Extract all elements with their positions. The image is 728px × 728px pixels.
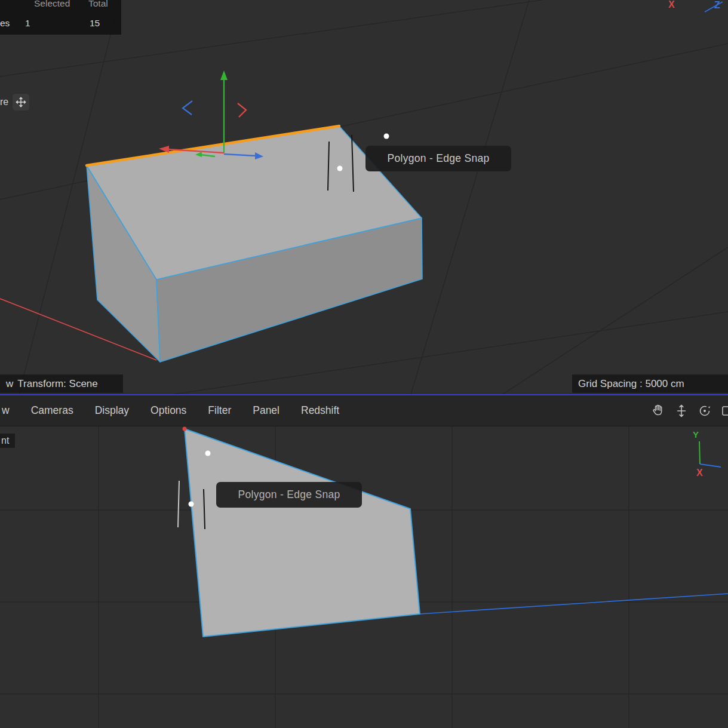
menu-item-panel[interactable]: Panel — [253, 404, 279, 417]
active-tool-chip: re — [0, 93, 29, 112]
selected-vertex-dot[interactable] — [183, 427, 187, 431]
pan-hand-icon[interactable] — [651, 404, 665, 418]
transform-label: Transform: Scene — [17, 378, 97, 390]
viewport-menu-bar: w Cameras Display Options Filter Panel R… — [0, 395, 728, 426]
menu-item-options[interactable]: Options — [150, 404, 186, 417]
axis-x-label: X — [668, 0, 675, 10]
axis-x-label: X — [696, 468, 703, 478]
snap-guide-tick — [178, 481, 179, 527]
gizmo-y-arrowhead[interactable] — [220, 70, 228, 80]
axis-orientation-indicator: Y X — [693, 429, 721, 478]
menu-item-display[interactable]: Display — [95, 404, 129, 417]
menu-item-redshift[interactable]: Redshift — [301, 404, 339, 417]
stats-header-total: Total — [88, 0, 108, 9]
grid-spacing-label: Grid Spacing : 5000 cm — [578, 378, 684, 390]
axis-z-line — [700, 464, 721, 467]
stats-row-label: es — [0, 18, 10, 29]
snap-tooltip: Polygon - Edge Snap — [365, 146, 511, 171]
axis-y-label: Y — [693, 429, 699, 440]
axis-z-label: Z — [714, 0, 720, 10]
menu-item-cameras[interactable]: Cameras — [31, 404, 73, 417]
stats-header-selected: Selected — [34, 0, 70, 9]
perspective-viewport[interactable]: X Z — [0, 0, 728, 394]
gizmo-bent-handle-blue[interactable] — [183, 101, 192, 115]
menu-item-filter[interactable]: Filter — [208, 404, 231, 417]
statistics-hud-panel: Selected Total es 1 15 — [0, 0, 121, 35]
stats-total-value: 15 — [90, 18, 100, 29]
snap-point-dot — [189, 502, 194, 507]
snap-tooltip: Polygon - Edge Snap — [216, 482, 362, 508]
transform-hud-chip: w Transform: Scene — [0, 374, 123, 393]
snap-point-dot — [205, 451, 211, 456]
c4d-application-window: X Z Selected Total es 1 15 re Polygon - … — [0, 0, 728, 728]
gizmo-bent-handle-red[interactable] — [238, 103, 246, 117]
orbit-icon[interactable] — [698, 404, 712, 418]
menu-item-view-cut[interactable]: w — [2, 404, 10, 417]
move-icon — [15, 96, 27, 108]
viewport-nav-icons — [651, 395, 728, 426]
axis-y-line — [699, 441, 700, 464]
ortho-viewport-name-chip: nt — [0, 434, 15, 448]
ortho-viewport[interactable]: Y X — [0, 426, 728, 728]
snap-point-dot — [337, 166, 343, 171]
dolly-zoom-icon[interactable] — [674, 404, 689, 418]
polygon-face[interactable] — [185, 429, 420, 637]
panel-toggle-icon[interactable] — [721, 404, 728, 418]
stats-selected-value: 1 — [25, 18, 30, 29]
gizmo-x-arrowhead[interactable] — [159, 146, 169, 153]
grid-spacing-hud-chip: Grid Spacing : 5000 cm — [572, 374, 728, 393]
transform-prefix: w — [6, 378, 13, 390]
tool-chip-label: re — [0, 97, 8, 107]
snap-point-dot — [384, 134, 389, 139]
move-tool-button[interactable] — [13, 94, 29, 110]
